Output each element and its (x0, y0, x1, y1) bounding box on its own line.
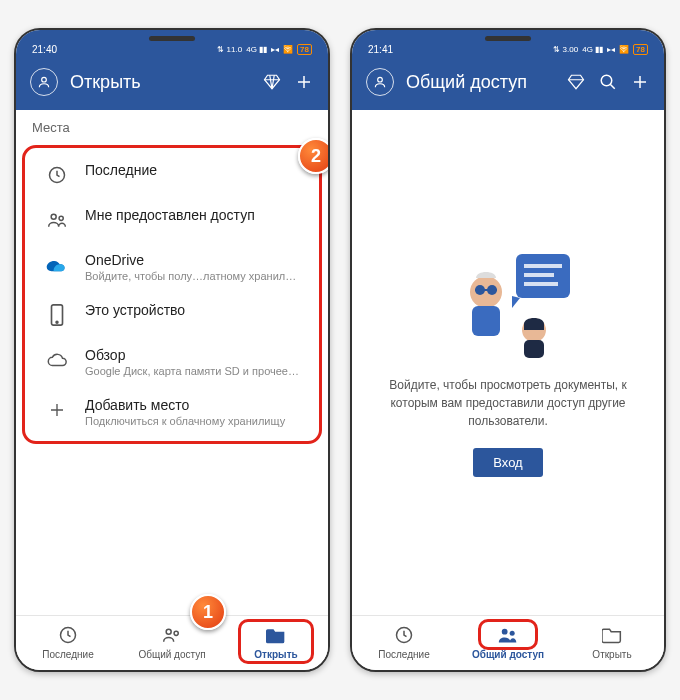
phone-screen-open: 21:40 ⇅ 11.04G ▮▮▸◂🛜78 Открыть Места Пос… (14, 28, 330, 672)
nav-open[interactable]: Открыть (560, 616, 664, 670)
nav-shared[interactable]: Общий доступ (456, 616, 560, 670)
page-title: Общий доступ (406, 72, 554, 93)
svg-rect-14 (524, 282, 558, 286)
folder-icon (265, 624, 287, 646)
places-list: Последние Мне предоставлен доступ OneDri… (25, 152, 319, 437)
list-item-shared[interactable]: Мне предоставлен доступ (29, 197, 315, 242)
list-item-onedrive[interactable]: OneDrive Войдите, чтобы полу…латному хра… (29, 242, 315, 292)
clock-icon (57, 624, 79, 646)
plus-icon (45, 398, 69, 422)
nav-label: Открыть (254, 649, 297, 660)
svg-rect-12 (524, 264, 562, 268)
plus-icon[interactable] (630, 72, 650, 92)
list-item-add-place[interactable]: Добавить место Подключиться к облачному … (29, 387, 315, 437)
svg-point-8 (174, 631, 178, 635)
nav-label: Последние (378, 649, 429, 660)
nav-recent[interactable]: Последние (352, 616, 456, 670)
callout-2: 2 (298, 138, 330, 174)
nav-label: Общий доступ (472, 649, 544, 660)
phone-screen-shared: 21:41 ⇅ 3.004G ▮▮▸◂🛜78 Общий доступ (350, 28, 666, 672)
status-bar: 21:40 ⇅ 11.04G ▮▮▸◂🛜78 (16, 30, 328, 60)
login-button[interactable]: Вход (473, 448, 542, 477)
nav-recent[interactable]: Последние (16, 616, 120, 670)
section-places-label: Места (16, 110, 328, 145)
empty-illustration (438, 248, 578, 358)
status-indicators: ⇅ 11.04G ▮▮▸◂🛜78 (217, 44, 312, 55)
nav-open[interactable]: Открыть (224, 616, 328, 670)
item-subtitle: Войдите, чтобы полу…латному хранилищу (85, 270, 299, 282)
item-title: OneDrive (85, 252, 299, 268)
search-icon[interactable] (598, 72, 618, 92)
item-subtitle: Подключиться к облачному хранилищу (85, 415, 299, 427)
status-time: 21:41 (368, 44, 393, 55)
plus-icon[interactable] (294, 72, 314, 92)
status-time: 21:40 (32, 44, 57, 55)
svg-rect-16 (472, 306, 500, 336)
phone-icon (45, 303, 69, 327)
svg-point-3 (59, 216, 63, 220)
svg-point-7 (166, 629, 171, 634)
item-title: Это устройство (85, 302, 299, 318)
svg-rect-20 (524, 340, 544, 358)
item-title: Последние (85, 162, 299, 178)
nav-label: Последние (42, 649, 93, 660)
bottom-nav: Последние Общий доступ Открыть (352, 615, 664, 670)
item-subtitle: Google Диск, карта памяти SD и прочее… (85, 365, 299, 377)
folder-icon (601, 624, 623, 646)
avatar[interactable] (30, 68, 58, 96)
svg-point-5 (56, 321, 58, 323)
places-highlight: Последние Мне предоставлен доступ OneDri… (22, 145, 322, 444)
nav-label: Общий доступ (138, 649, 205, 660)
cloud-icon (45, 348, 69, 372)
svg-point-9 (378, 77, 383, 82)
list-item-device[interactable]: Это устройство (29, 292, 315, 337)
list-item-recent[interactable]: Последние (29, 152, 315, 197)
page-title: Открыть (70, 72, 250, 93)
diamond-icon[interactable] (566, 72, 586, 92)
nav-label: Открыть (592, 649, 631, 660)
clock-icon (393, 624, 415, 646)
svg-point-23 (510, 631, 515, 636)
svg-point-15 (470, 276, 502, 308)
bottom-nav: Последние Общий доступ Открыть (16, 615, 328, 670)
svg-point-2 (51, 214, 56, 219)
onedrive-icon (45, 253, 69, 277)
item-title: Мне предоставлен доступ (85, 207, 299, 223)
list-item-browse[interactable]: Обзор Google Диск, карта памяти SD и про… (29, 337, 315, 387)
status-bar: 21:41 ⇅ 3.004G ▮▮▸◂🛜78 (352, 30, 664, 60)
empty-message: Войдите, чтобы просмотреть документы, к … (380, 376, 636, 430)
app-bar: Открыть (16, 60, 328, 110)
people-icon (161, 624, 183, 646)
diamond-icon[interactable] (262, 72, 282, 92)
svg-point-10 (601, 75, 612, 86)
people-icon (497, 624, 519, 646)
empty-state: Войдите, чтобы просмотреть документы, к … (352, 110, 664, 615)
clock-icon (45, 163, 69, 187)
status-indicators: ⇅ 3.004G ▮▮▸◂🛜78 (553, 44, 648, 55)
svg-point-0 (42, 77, 47, 82)
item-title: Обзор (85, 347, 299, 363)
svg-rect-13 (524, 273, 554, 277)
item-title: Добавить место (85, 397, 299, 413)
avatar[interactable] (366, 68, 394, 96)
callout-1: 1 (190, 594, 226, 630)
svg-point-22 (502, 629, 508, 635)
app-bar: Общий доступ (352, 60, 664, 110)
people-icon (45, 208, 69, 232)
